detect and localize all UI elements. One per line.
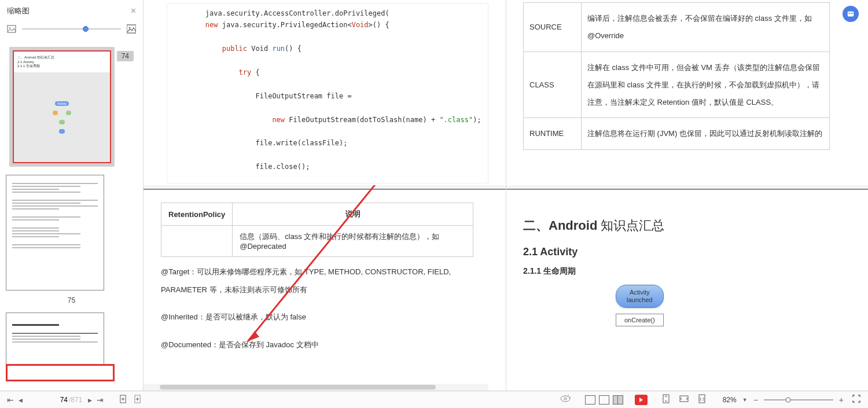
lifecycle-start-node: Activitylaunched: [616, 285, 664, 308]
add-page-icon[interactable]: [116, 395, 131, 405]
table-row: RUNTIME: [524, 118, 582, 150]
annotation-inherited-text: @Inherited：是否可以被继承，默认为 false: [161, 308, 494, 326]
pane-bottom-left: RetentionPolicy说明 信息（源码、class 文件和执行的时候都有…: [144, 185, 506, 391]
pane-top-left: java.security.AccessController.doPrivile…: [144, 0, 506, 185]
table-row: SOURCE: [524, 3, 582, 52]
next-page-button[interactable]: ▸: [86, 395, 94, 405]
thumbnail-number: 74: [117, 51, 134, 61]
svg-point-15: [561, 396, 570, 402]
svg-point-3: [129, 27, 131, 29]
fit-width-icon[interactable]: [676, 395, 692, 405]
layout-single-button[interactable]: [585, 395, 595, 405]
fit-page-icon[interactable]: [659, 394, 673, 405]
add-page-2-icon[interactable]: [131, 395, 145, 405]
svg-point-16: [564, 398, 567, 400]
thumbnail-page-74[interactable]: 二、Android 知识点汇总 2.1 Activity 2.1.1 生命周期 …: [6, 45, 137, 167]
thumbnail-size-slider[interactable]: [22, 28, 121, 30]
thumbnail-sidebar: 缩略图 × 二、Android 知识点汇总 2.1 Activity 2.1.: [0, 0, 144, 391]
svg-rect-4: [848, 12, 854, 17]
subsubsection-heading: 2.1.1 生命周期: [523, 266, 856, 277]
image-large-icon[interactable]: [127, 24, 136, 34]
table-row: CLASS: [524, 52, 582, 118]
layout-two-page-button[interactable]: [613, 395, 623, 405]
svg-rect-20: [680, 396, 688, 402]
assistant-badge-icon[interactable]: [843, 6, 859, 22]
thumbnail-number: 75: [6, 296, 137, 304]
page-total: /871: [69, 396, 82, 404]
retention-policy-header-table: RetentionPolicy说明 信息（源码、class 文件和执行的时候都有…: [161, 203, 473, 257]
document-viewer: java.security.AccessController.doPrivile…: [144, 0, 868, 391]
prev-page-button[interactable]: ◂: [16, 395, 25, 405]
svg-point-1: [9, 27, 10, 28]
fullscreen-icon[interactable]: [849, 395, 863, 405]
close-icon[interactable]: ×: [131, 6, 136, 16]
actual-size-icon[interactable]: 1:1: [695, 394, 709, 405]
pane-bottom-right: 二、Android 知识点汇总 2.1 Activity 2.1.1 生命周期 …: [506, 185, 868, 391]
code-block: java.security.AccessController.doPrivile…: [167, 3, 488, 183]
thumbnail-page-76[interactable]: [6, 313, 137, 365]
zoom-out-button[interactable]: −: [751, 395, 760, 405]
presentation-button[interactable]: [635, 395, 648, 405]
zoom-value: 82%: [723, 396, 737, 404]
layout-continuous-button[interactable]: [599, 395, 609, 405]
thumbnail-page-75[interactable]: 75: [6, 175, 137, 304]
zoom-in-button[interactable]: +: [837, 395, 846, 405]
svg-text:1:1: 1:1: [699, 397, 705, 401]
pane-top-right: SOURCE编译后，注解信息会被丢弃，不会保留在编译好的 class 文件里，如…: [506, 0, 868, 185]
section-heading: 二、Android 知识点汇总: [523, 217, 856, 234]
subsection-heading: 2.1 Activity: [523, 246, 856, 258]
horizontal-scrollbar[interactable]: [144, 384, 488, 391]
chevron-down-icon[interactable]: ▼: [742, 397, 748, 403]
image-small-icon[interactable]: [7, 24, 16, 34]
svg-rect-6: [851, 13, 853, 14]
thumbnail-list: 二、Android 知识点汇总 2.1 Activity 2.1.1 生命周期 …: [0, 41, 143, 391]
annotation-documented-text: @Documented：是否会保存到 Javadoc 文档中: [161, 336, 494, 354]
retention-policy-table: SOURCE编译后，注解信息会被丢弃，不会保留在编译好的 class 文件里，如…: [523, 2, 830, 150]
eye-icon[interactable]: [557, 395, 573, 405]
first-page-button[interactable]: ⇤: [5, 395, 16, 405]
lifecycle-oncreate-node: onCreate(): [616, 314, 664, 326]
annotation-target-text: @Target：可以用来修饰哪些程序元素，如 TYPE, METHOD, CON…: [161, 263, 494, 299]
last-page-button[interactable]: ⇥: [94, 395, 106, 405]
zoom-slider[interactable]: [764, 399, 833, 400]
svg-rect-5: [849, 13, 851, 14]
page-number-input[interactable]: [28, 395, 69, 405]
svg-line-17: [568, 395, 569, 396]
sidebar-title: 缩略图: [7, 6, 30, 16]
bottom-toolbar: ⇤ ◂ /871 ▸ ⇥: [0, 391, 868, 408]
